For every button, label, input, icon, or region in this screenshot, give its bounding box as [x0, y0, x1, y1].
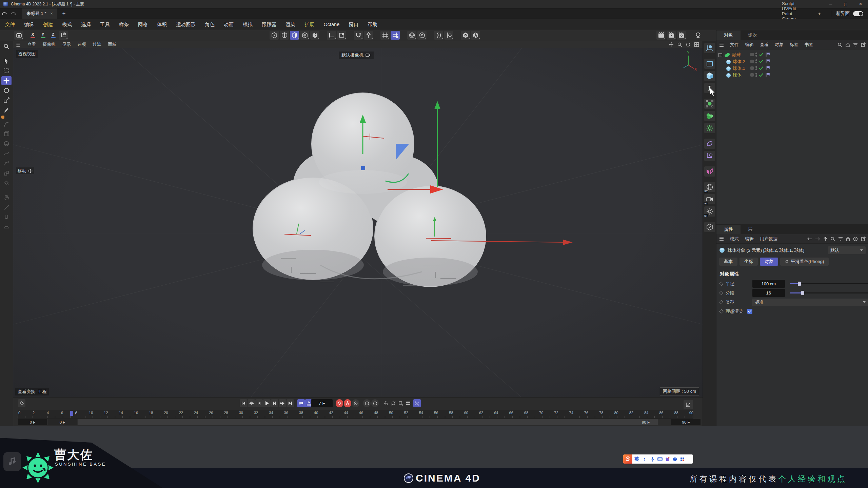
minimal-timeline-icon[interactable]: [413, 399, 421, 407]
object-row-sphere2[interactable]: 球体.2: [726, 58, 745, 65]
stage-light-icon[interactable]: ST: [704, 206, 715, 217]
expander-icon[interactable]: [718, 53, 722, 57]
range-start-field-2[interactable]: 0 F: [48, 419, 77, 425]
rotate-view-icon[interactable]: [686, 42, 691, 47]
menu-item[interactable]: 帮助: [368, 21, 377, 28]
layer-toggle[interactable]: [750, 66, 754, 70]
popout-icon[interactable]: [861, 237, 866, 241]
menu-item[interactable]: 网格: [138, 21, 148, 28]
orientation-gizmo[interactable]: Y X: [680, 50, 698, 71]
ime-mic-icon[interactable]: [649, 457, 656, 462]
tab-layers[interactable]: 层: [741, 225, 760, 234]
radius-field[interactable]: [752, 280, 785, 288]
current-frame-field[interactable]: 7 F: [311, 399, 333, 407]
object-manager-menu-item[interactable]: 查看: [760, 42, 769, 48]
key-diamond-icon[interactable]: [719, 309, 724, 313]
coordinate-system-icon[interactable]: [59, 31, 68, 40]
extrude-tool-icon[interactable]: [1, 169, 12, 178]
tab-takes[interactable]: 场次: [741, 30, 765, 40]
menu-item[interactable]: 动画: [224, 21, 234, 28]
object-row-metaball[interactable]: 融球: [718, 52, 741, 58]
menu-item[interactable]: 窗口: [349, 21, 358, 28]
segments-slider[interactable]: [790, 289, 868, 297]
paint-bucket-tool-icon[interactable]: [1, 179, 12, 187]
pan-view-icon[interactable]: [669, 42, 674, 47]
tab-coordinates[interactable]: 坐标: [739, 258, 758, 266]
solo-view-icon[interactable]: [461, 31, 470, 40]
snap-toggle-icon[interactable]: [354, 31, 363, 40]
range-end-field[interactable]: 90 F: [671, 419, 701, 425]
tab-object[interactable]: 对象: [760, 258, 778, 266]
phong-tag-icon[interactable]: [765, 52, 770, 57]
focus-icon[interactable]: [853, 237, 858, 241]
autokey-button[interactable]: [344, 399, 351, 407]
filter-icon[interactable]: [853, 43, 858, 47]
mirror-settings-icon[interactable]: [444, 31, 453, 40]
object-name[interactable]: 融球: [732, 52, 741, 58]
render-settings-icon[interactable]: [677, 31, 686, 40]
iron-tool-icon[interactable]: [1, 223, 12, 231]
layer-toggle[interactable]: [750, 73, 754, 77]
layout-tab[interactable]: Paint: [773, 11, 809, 16]
model-mode-icon[interactable]: [310, 31, 319, 40]
object-manager-menu-item[interactable]: 对象: [775, 42, 784, 48]
menu-item[interactable]: 文件: [5, 21, 15, 28]
tab-objects[interactable]: 对象: [716, 30, 741, 40]
pen-tool-icon[interactable]: [1, 120, 12, 128]
segments-field[interactable]: [752, 289, 785, 297]
new-interface-toggle[interactable]: [853, 11, 863, 16]
key-diamond-icon[interactable]: [719, 300, 724, 304]
record-rotation-icon[interactable]: [371, 399, 379, 407]
modeling-axis-center-icon[interactable]: [407, 31, 416, 40]
axis-settings-icon[interactable]: [417, 31, 427, 40]
panel-menu-icon[interactable]: [719, 237, 724, 241]
home-icon[interactable]: [845, 42, 850, 47]
zoom-view-icon[interactable]: [677, 42, 682, 47]
radius-slider[interactable]: [790, 280, 868, 287]
polygon-mode-icon[interactable]: [290, 31, 299, 40]
keyframe-diamond-icon[interactable]: [18, 399, 25, 407]
hand-tool-icon[interactable]: [1, 193, 12, 202]
move-tool-icon[interactable]: [1, 76, 12, 85]
layout-tab[interactable]: UVEdit: [773, 6, 809, 11]
panel-menu-icon[interactable]: [719, 43, 724, 47]
menu-item[interactable]: 工具: [100, 21, 110, 28]
stage-camera-icon[interactable]: ST: [704, 194, 715, 204]
up-icon[interactable]: [823, 237, 827, 241]
object-manager-menu-item[interactable]: 书签: [805, 42, 813, 48]
material-pencil-icon[interactable]: [704, 222, 715, 232]
tab-close-icon[interactable]: ×: [51, 11, 53, 16]
menu-item[interactable]: 角色: [205, 21, 215, 28]
menu-item[interactable]: 模式: [62, 21, 72, 28]
enabled-check-icon[interactable]: [759, 73, 764, 77]
ime-mode-label[interactable]: 英: [634, 456, 639, 462]
fcurve-mode-icon[interactable]: [684, 400, 693, 409]
phong-tag-icon[interactable]: [765, 73, 770, 77]
object-manager-menu-item[interactable]: 文件: [730, 42, 739, 48]
effector-icon[interactable]: [704, 123, 715, 133]
quantize-icon[interactable]: [391, 31, 400, 40]
loop-playback-icon[interactable]: [297, 399, 305, 407]
viewport-menu-item[interactable]: 过滤: [93, 42, 101, 47]
layer-toggle[interactable]: [750, 60, 754, 63]
ime-logo[interactable]: S: [623, 454, 632, 464]
mirror-icon[interactable]: [434, 31, 443, 40]
tab-phong[interactable]: 平滑着色(Phong): [780, 258, 829, 266]
visibility-dots[interactable]: [755, 59, 757, 63]
knife-tool-icon[interactable]: [1, 203, 12, 212]
mograph-cloner-icon[interactable]: [704, 111, 715, 121]
phong-tag-icon[interactable]: [765, 59, 770, 64]
undo-history-icon[interactable]: [14, 31, 23, 40]
menu-item[interactable]: 运动图形: [176, 21, 196, 28]
object-name[interactable]: 球体: [733, 72, 742, 78]
asset-axis-icon[interactable]: [704, 43, 715, 53]
back-icon[interactable]: [807, 237, 812, 241]
snap-settings-icon[interactable]: [364, 31, 373, 40]
lock-icon[interactable]: [846, 237, 850, 241]
layer-toggle[interactable]: [750, 53, 754, 56]
live-selection-tool-icon[interactable]: [1, 57, 12, 65]
sky-environment-icon[interactable]: ST: [704, 182, 715, 192]
play-button[interactable]: [263, 399, 271, 407]
object-manager-menu-item[interactable]: 标签: [790, 42, 798, 48]
primitive-cube-icon[interactable]: [704, 71, 715, 81]
